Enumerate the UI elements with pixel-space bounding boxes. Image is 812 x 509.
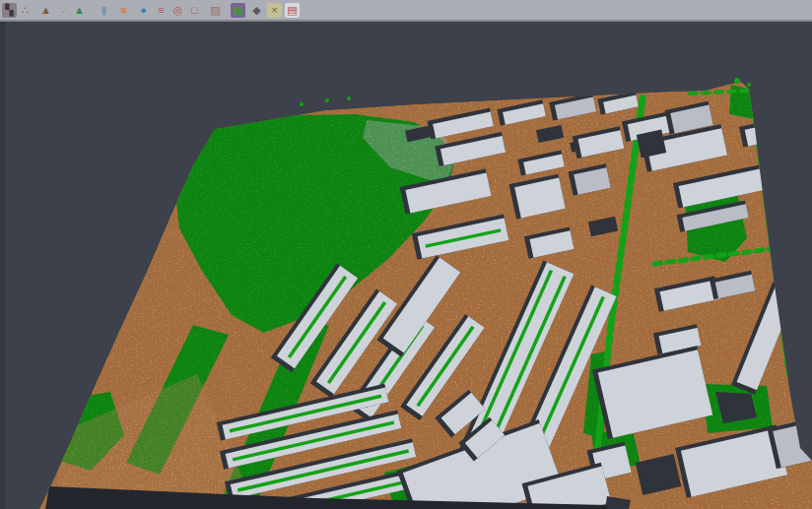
sphere-render-icon[interactable]: ● (136, 3, 151, 18)
vegetation-terrain-icon[interactable]: ▲ (72, 3, 87, 18)
point-cloud-scene[interactable] (0, 22, 812, 509)
vegetation-patch (14, 425, 57, 463)
classified-point-cloud[interactable] (0, 22, 812, 509)
stray-vegetation-point (325, 98, 329, 102)
pattern-grid-icon[interactable]: ▨ (208, 3, 223, 18)
stray-vegetation-point (747, 83, 751, 87)
mesh-model-icon[interactable]: ◆ (249, 3, 264, 18)
building (766, 155, 807, 181)
main-toolbar: ▚∴▲∵▲▮■●≡◎□▨▩◆×▤ (0, 0, 812, 22)
terrain-model-icon[interactable]: ▲ (38, 3, 53, 18)
open-project-icon[interactable]: ▚ (2, 3, 17, 18)
stray-vegetation-point (347, 96, 351, 100)
measure-flag-icon[interactable]: ▤ (285, 3, 300, 18)
clear-selection-icon[interactable]: × (267, 3, 282, 18)
classified-cloud-icon[interactable]: ▩ (231, 3, 245, 18)
stray-vegetation-point (734, 78, 740, 84)
viewport-left-edge (0, 22, 6, 509)
layer-stack-icon[interactable]: ≡ (154, 3, 169, 18)
rect-select-icon[interactable]: □ (187, 3, 202, 18)
stray-vegetation-point (300, 102, 304, 106)
classify-points-icon[interactable]: ∴ (18, 3, 33, 18)
ground-points-icon[interactable]: ■ (116, 3, 131, 18)
circle-select-icon[interactable]: ◎ (170, 3, 185, 18)
profile-view-icon[interactable]: ▮ (97, 3, 111, 18)
3d-viewport[interactable] (0, 22, 812, 509)
point-density-icon[interactable]: ∵ (55, 3, 70, 18)
